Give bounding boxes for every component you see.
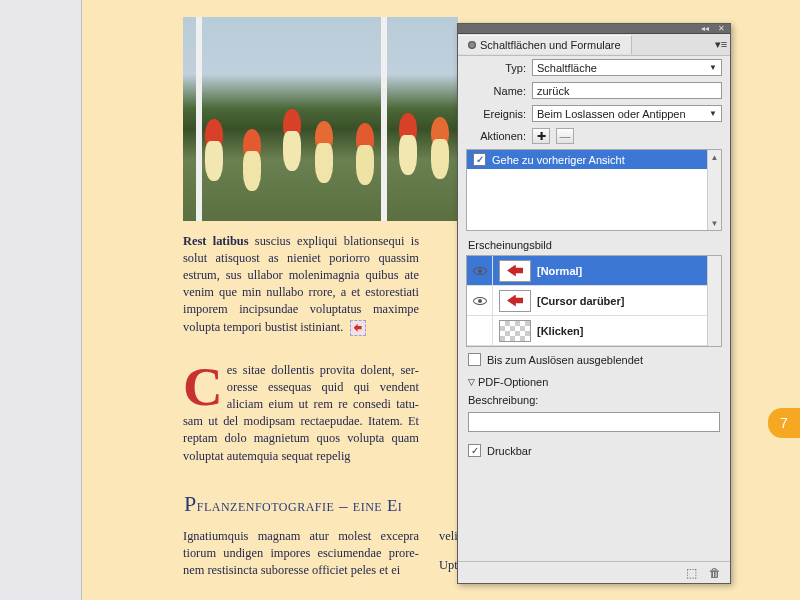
visibility-toggle[interactable] bbox=[467, 256, 493, 285]
add-action-button[interactable]: ✚ bbox=[532, 128, 550, 144]
hidden-until-label: Bis zum Auslösen ausgeblendet bbox=[487, 354, 643, 366]
page-number-tab: 7 bbox=[768, 408, 800, 438]
tab-buttons-forms[interactable]: Schaltflächen und Formulare bbox=[458, 35, 632, 54]
eye-icon bbox=[473, 267, 487, 275]
name-value: zurück bbox=[537, 85, 569, 97]
state-click[interactable]: [Klicken] bbox=[467, 316, 721, 346]
panel-menu-button[interactable]: ▾≡ bbox=[712, 38, 730, 51]
description-input[interactable] bbox=[468, 412, 720, 432]
type-value: Schaltfläche bbox=[537, 62, 597, 74]
section-heading: Pflanzenfotografie – eine Ei bbox=[184, 491, 402, 517]
row-hidden-until: Bis zum Auslösen ausgeblendet bbox=[458, 347, 730, 372]
row-type: Typ: Schaltfläche ▼ bbox=[458, 56, 730, 79]
name-label: Name: bbox=[466, 85, 526, 97]
state-hover[interactable]: [Cursor darüber] bbox=[467, 286, 721, 316]
heading-rest: flanzenfotografie – eine Ei bbox=[197, 496, 403, 515]
panel-footer: ⬚ 🗑 bbox=[458, 561, 730, 583]
chevron-down-icon: ▼ bbox=[709, 109, 717, 118]
page-gutter bbox=[0, 0, 82, 600]
article-paragraph-2: Ces sitae dollentis provita dolent, ser­… bbox=[183, 362, 419, 465]
state-label: [Klicken] bbox=[537, 325, 583, 337]
event-value: Beim Loslassen oder Antippen bbox=[537, 108, 686, 120]
actions-list: ✓ Gehe zu vorheriger Ansicht ▲ ▼ bbox=[466, 149, 722, 231]
name-input[interactable]: zurück bbox=[532, 82, 722, 99]
close-icon[interactable]: ✕ bbox=[716, 25, 726, 32]
appearance-scrollbar[interactable] bbox=[707, 256, 721, 346]
arrow-left-icon bbox=[507, 295, 523, 307]
article-paragraph-1: Rest latibus suscius expliqui blationseq… bbox=[183, 233, 419, 336]
appearance-heading: Erscheinungsbild bbox=[458, 231, 730, 255]
state-thumb bbox=[499, 290, 531, 312]
para1-rest: suscius expliqui blationsequi is solut a… bbox=[183, 234, 419, 334]
action-checkbox[interactable]: ✓ bbox=[473, 153, 486, 166]
dropcap: C bbox=[183, 362, 227, 408]
state-label: [Normal] bbox=[537, 265, 582, 277]
preview-button[interactable]: ⬚ bbox=[682, 565, 700, 581]
collapse-icon[interactable]: ◂◂ bbox=[700, 25, 710, 32]
event-dropdown[interactable]: Beim Loslassen oder Antippen ▼ bbox=[532, 105, 722, 122]
type-label: Typ: bbox=[466, 62, 526, 74]
description-label: Beschreibung: bbox=[458, 392, 730, 410]
scroll-down-icon[interactable]: ▼ bbox=[708, 216, 721, 230]
state-label: [Cursor darüber] bbox=[537, 295, 624, 307]
row-name: Name: zurück bbox=[458, 79, 730, 102]
buttons-forms-panel: ◂◂ ✕ Schaltflächen und Formulare ▾≡ Typ:… bbox=[457, 23, 731, 584]
pdf-options-header[interactable]: ▽ PDF-Optionen bbox=[458, 372, 730, 392]
chevron-down-icon: ▼ bbox=[709, 63, 717, 72]
appearance-list: [Normal] [Cursor darüber] [Klicken] bbox=[466, 255, 722, 347]
printable-label: Druckbar bbox=[487, 445, 532, 457]
panel-topbar[interactable]: ◂◂ ✕ bbox=[458, 24, 730, 34]
gear-icon bbox=[468, 41, 476, 49]
panel-title: Schaltflächen und Formulare bbox=[480, 39, 621, 51]
bottom-column-left: Ignatiumquis magnam atur molest excepra … bbox=[183, 528, 419, 579]
scroll-up-icon[interactable]: ▲ bbox=[708, 150, 721, 164]
disclosure-icon: ▽ bbox=[468, 377, 475, 387]
row-event: Ereignis: Beim Loslassen oder Antippen ▼ bbox=[458, 102, 730, 125]
remove-action-button[interactable]: — bbox=[556, 128, 574, 144]
event-label: Ereignis: bbox=[466, 108, 526, 120]
panel-tabs: Schaltflächen und Formulare ▾≡ bbox=[458, 34, 730, 56]
heading-cap: P bbox=[184, 491, 197, 516]
lead-strong: Rest latibus bbox=[183, 234, 249, 248]
back-arrow-icon[interactable] bbox=[350, 320, 366, 336]
article-photo bbox=[183, 17, 458, 221]
visibility-toggle[interactable] bbox=[467, 286, 493, 315]
state-thumb bbox=[499, 320, 531, 342]
actions-scrollbar[interactable]: ▲ ▼ bbox=[707, 150, 721, 230]
eye-icon bbox=[473, 297, 487, 305]
row-actions: Aktionen: ✚ — bbox=[458, 125, 730, 147]
state-thumb bbox=[499, 260, 531, 282]
action-item-goto-prev[interactable]: ✓ Gehe zu vorheriger Ansicht bbox=[467, 150, 721, 169]
actions-label: Aktionen: bbox=[466, 130, 526, 142]
trash-button[interactable]: 🗑 bbox=[706, 565, 724, 581]
arrow-left-icon bbox=[507, 265, 523, 277]
printable-checkbox[interactable]: ✓ bbox=[468, 444, 481, 457]
state-normal[interactable]: [Normal] bbox=[467, 256, 721, 286]
hidden-until-checkbox[interactable] bbox=[468, 353, 481, 366]
action-item-label: Gehe zu vorheriger Ansicht bbox=[492, 154, 625, 166]
type-dropdown[interactable]: Schaltfläche ▼ bbox=[532, 59, 722, 76]
pdf-options-label: PDF-Optionen bbox=[478, 376, 548, 388]
row-printable: ✓ Druckbar bbox=[458, 438, 730, 463]
visibility-toggle[interactable] bbox=[467, 316, 493, 345]
